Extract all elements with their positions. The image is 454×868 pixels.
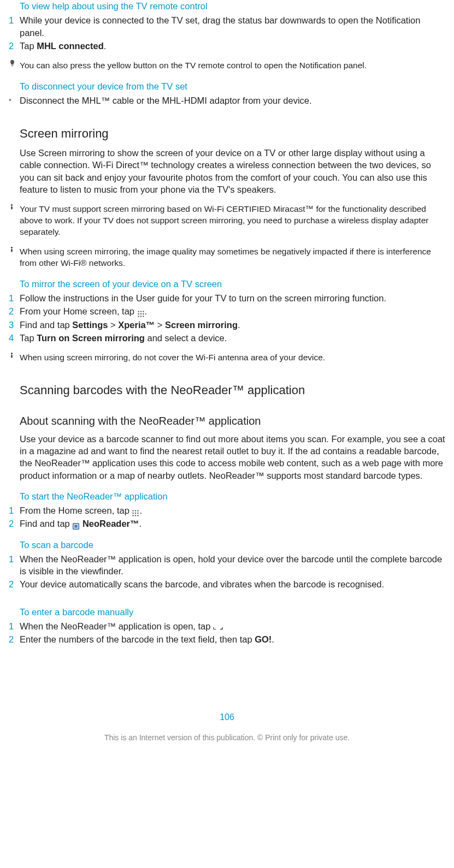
step-number: 4 (9, 332, 20, 344)
step-text: Tap Turn on Screen mirroring and select … (20, 332, 445, 344)
text-part: Enter the numbers of the barcode in the … (20, 634, 255, 644)
step-row: 2 From your Home screen, tap . (20, 305, 445, 317)
step-text: Find and tap NeoReader™. (20, 518, 445, 530)
heading-neoreader: Scanning barcodes with the NeoReader™ ap… (20, 382, 445, 399)
text-part: Find and tap (20, 320, 72, 330)
step-row: 1 When the NeoReader™ application is ope… (20, 553, 445, 578)
step-text: Find and tap Settings > Xperia™ > Screen… (20, 319, 445, 331)
tip-text: You can also press the yellow button on … (20, 60, 445, 72)
heading-scan: To scan a barcode (20, 539, 445, 551)
text-bold: Screen mirroring (165, 320, 238, 330)
text-part: . (139, 519, 142, 528)
step-number: 3 (9, 319, 20, 331)
warning-row: When using screen mirroring, the image q… (20, 246, 445, 269)
text-part: . (104, 41, 107, 51)
heading-view-help: To view help about using the TV remote c… (20, 0, 445, 12)
svg-point-2 (11, 247, 13, 248)
svg-point-23 (138, 515, 139, 516)
text-part: From your Home screen, tap (20, 306, 137, 316)
step-text: When the NeoReader™ application is open,… (20, 553, 445, 578)
svg-point-4 (138, 311, 139, 312)
step-row: 1 Follow the instructions in the User gu… (20, 292, 445, 304)
step-row: 1 While your device is connected to the … (20, 14, 445, 39)
bullet-text: Disconnect the MHL™ cable or the MHL-HDM… (20, 94, 445, 106)
tip-row: You can also press the yellow button on … (20, 60, 445, 72)
text-bold: GO! (255, 634, 272, 644)
warning-text: Your TV must support screen mirroring ba… (20, 203, 445, 238)
warning-text: When using screen mirroring, the image q… (20, 246, 445, 269)
svg-point-22 (135, 515, 136, 516)
heading-screen-mirroring: Screen mirroring (20, 126, 445, 142)
step-row: 2 Your device automatically scans the ba… (20, 578, 445, 590)
bullet-row: • Disconnect the MHL™ cable or the MHL-H… (20, 94, 445, 106)
step-number: 1 (9, 504, 20, 516)
apps-icon (132, 508, 139, 515)
paragraph: Use Screen mirroring to show the screen … (20, 147, 445, 195)
step-text: Tap MHL connected. (20, 40, 445, 52)
text-bold: Turn on Screen mirroring (37, 333, 145, 343)
svg-point-19 (135, 513, 136, 514)
text-part: and select a device. (145, 333, 227, 343)
svg-point-9 (143, 313, 144, 314)
svg-point-12 (143, 316, 144, 317)
svg-point-8 (140, 313, 141, 314)
text-part: Tap (20, 41, 37, 51)
svg-point-15 (133, 510, 134, 511)
svg-point-16 (135, 510, 136, 511)
svg-rect-14 (11, 355, 12, 358)
warning-icon (9, 203, 20, 211)
svg-point-21 (133, 515, 134, 516)
text-part: Find and tap (20, 519, 72, 528)
bullet-icon: • (9, 94, 20, 106)
step-number: 2 (9, 40, 20, 52)
heading-mirror-steps: To mirror the screen of your device on a… (20, 278, 445, 290)
svg-point-6 (143, 311, 144, 312)
text-bold: Settings (72, 320, 108, 330)
step-row: 2 Find and tap NeoReader™. (20, 518, 445, 530)
text-part: . (139, 506, 142, 515)
text-part: Tap (20, 333, 37, 343)
text-part: When the NeoReader™ application is open,… (20, 621, 213, 631)
step-row: 3 Find and tap Settings > Xperia™ > Scre… (20, 319, 445, 331)
svg-point-7 (138, 313, 139, 314)
step-text: Follow the instructions in the User guid… (20, 292, 445, 304)
svg-rect-24 (73, 523, 79, 530)
svg-point-11 (140, 316, 141, 317)
step-text: From the Home screen, tap . (20, 504, 445, 516)
step-row: 2 Tap MHL connected. (20, 40, 445, 52)
heading-manual: To enter a barcode manually (20, 606, 445, 618)
step-number: 2 (9, 305, 20, 317)
step-text: When the NeoReader™ application is open,… (20, 620, 445, 632)
step-number: 1 (9, 553, 20, 565)
step-number: 1 (9, 14, 20, 26)
svg-point-18 (133, 513, 134, 514)
warning-row: When using screen mirroring, do not cove… (20, 352, 445, 364)
svg-rect-3 (11, 249, 12, 252)
step-text: From your Home screen, tap . (20, 305, 445, 317)
svg-point-17 (138, 510, 139, 511)
step-text: While your device is connected to the TV… (20, 14, 445, 39)
svg-point-5 (140, 311, 141, 312)
text-bold: Xperia™ (118, 320, 155, 330)
page-number: 106 (9, 711, 445, 723)
svg-point-20 (138, 513, 139, 514)
heading-start-neo: To start the NeoReader™ application (20, 490, 445, 502)
footer-text: This is an Internet version of this publ… (9, 733, 445, 743)
text-part: . (145, 306, 148, 316)
keyboard-icon (213, 623, 221, 631)
step-number: 2 (9, 578, 20, 590)
step-number: 1 (9, 292, 20, 304)
text-bold: MHL connected (37, 41, 104, 51)
paragraph: Use your device as a barcode scanner to … (20, 433, 445, 481)
text-part: From the Home screen, tap (20, 506, 132, 515)
subheading-neoreader-about: About scanning with the NeoReader™ appli… (20, 414, 445, 429)
text-part: . (272, 634, 274, 644)
text-part: > (108, 320, 118, 330)
warning-text: When using screen mirroring, do not cove… (20, 352, 445, 364)
neoreader-icon (72, 521, 80, 528)
step-row: 1 From the Home screen, tap . (20, 504, 445, 516)
warning-row: Your TV must support screen mirroring ba… (20, 203, 445, 238)
step-text: Your device automatically scans the barc… (20, 578, 445, 590)
heading-disconnect: To disconnect your device from the TV se… (20, 80, 445, 92)
text-bold: NeoReader™ (80, 519, 139, 528)
